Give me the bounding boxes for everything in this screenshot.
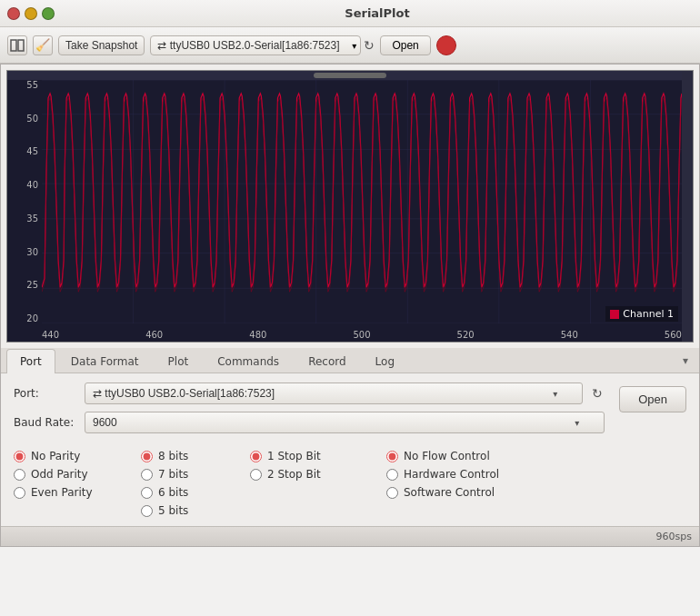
panel-icon-left[interactable] xyxy=(7,35,27,55)
baud-select-wrap: 9600 xyxy=(85,412,605,433)
2stop-option[interactable]: 2 Stop Bit xyxy=(250,468,386,481)
x-label-480: 480 xyxy=(249,330,266,340)
y-axis: 55 50 45 40 35 30 25 20 xyxy=(7,80,42,323)
baud-row: Baud Rate: 9600 xyxy=(14,412,605,433)
tabs-overflow-arrow[interactable]: ▾ xyxy=(677,351,694,371)
scrollbar-top[interactable] xyxy=(7,71,693,80)
tab-commands[interactable]: Commands xyxy=(204,349,293,373)
toolbar: 🧹 Take Snapshot ⇄ ttyUSB0 USB2.0-Serial[… xyxy=(0,27,700,64)
no-parity-radio[interactable] xyxy=(14,451,25,462)
tab-plot[interactable]: Plot xyxy=(155,349,203,373)
hardware-flow-option[interactable]: Hardware Control xyxy=(386,468,568,481)
scrollbar-thumb-top[interactable] xyxy=(314,73,386,78)
y-label-45: 45 xyxy=(26,146,38,156)
even-parity-radio[interactable] xyxy=(14,487,25,499)
no-flow-radio[interactable] xyxy=(386,451,398,462)
x-label-520: 520 xyxy=(457,330,475,340)
1stop-radio[interactable] xyxy=(250,451,262,462)
1stop-label: 1 Stop Bit xyxy=(267,450,321,462)
no-parity-option[interactable]: No Parity xyxy=(14,450,141,462)
main-window: 55 50 45 40 35 30 25 20 xyxy=(0,64,700,547)
tab-record[interactable]: Record xyxy=(295,349,359,373)
channel-legend-label: Channel 1 xyxy=(623,308,674,320)
odd-parity-option[interactable]: Odd Parity xyxy=(14,468,141,481)
port-select-group: ⇄ ttyUSB0 USB2.0-Serial[1a86:7523] ↻ xyxy=(150,35,375,55)
5bits-radio[interactable] xyxy=(141,505,153,517)
x-label-440: 440 xyxy=(42,330,59,340)
titlebar: SerialPlot xyxy=(0,0,700,27)
record-button[interactable] xyxy=(436,35,456,55)
window-controls xyxy=(7,7,55,20)
y-label-20: 20 xyxy=(26,313,38,323)
odd-parity-label: Odd Parity xyxy=(31,468,88,481)
y-label-35: 35 xyxy=(26,214,38,224)
1stop-option[interactable]: 1 Stop Bit xyxy=(250,450,386,462)
x-axis: 440 460 480 500 520 540 560 xyxy=(42,330,682,340)
y-label-40: 40 xyxy=(26,180,38,190)
no-flow-label: No Flow Control xyxy=(404,450,490,462)
open-button-panel[interactable]: Open xyxy=(619,386,686,412)
even-parity-label: Even Parity xyxy=(31,486,93,499)
port-dropdown[interactable]: ⇄ ttyUSB0 USB2.0-Serial[1a86:7523] xyxy=(150,35,361,55)
svg-rect-0 xyxy=(11,40,16,51)
6bits-option[interactable]: 6 bits xyxy=(141,486,250,499)
port-label: Port: xyxy=(14,387,77,400)
maximize-button[interactable] xyxy=(42,7,55,20)
7bits-radio[interactable] xyxy=(141,469,153,481)
8bits-radio[interactable] xyxy=(141,451,153,462)
refresh-button[interactable]: ↻ xyxy=(364,38,375,53)
baud-select[interactable]: 9600 xyxy=(85,412,605,433)
software-flow-radio[interactable] xyxy=(386,487,398,499)
open-button-toolbar[interactable]: Open xyxy=(380,35,430,55)
plot-svg xyxy=(42,80,682,323)
svg-rect-1 xyxy=(18,40,24,51)
8bits-option[interactable]: 8 bits xyxy=(141,450,250,462)
tab-data-format[interactable]: Data Format xyxy=(57,349,153,373)
port-dropdown-wrap: ⇄ ttyUSB0 USB2.0-Serial[1a86:7523] xyxy=(150,35,361,55)
panel-toggle[interactable] xyxy=(7,35,27,55)
2stop-radio[interactable] xyxy=(250,469,262,481)
baud-label: Baud Rate: xyxy=(14,416,77,429)
software-flow-option[interactable]: Software Control xyxy=(386,486,568,499)
tabs-bar: Port Data Format Plot Commands Record Lo… xyxy=(1,348,699,373)
plot-area: 55 50 45 40 35 30 25 20 xyxy=(6,70,694,343)
no-parity-label: No Parity xyxy=(31,450,80,462)
panels-icon xyxy=(10,38,25,53)
odd-parity-radio[interactable] xyxy=(14,469,25,481)
port-select-panel-wrap: ⇄ ttyUSB0 USB2.0-Serial[1a86:7523] xyxy=(85,383,583,404)
x-label-460: 460 xyxy=(145,330,163,340)
x-label-560: 560 xyxy=(665,330,682,340)
plot-content xyxy=(42,80,682,323)
x-label-540: 540 xyxy=(561,330,578,340)
flow-column: No Flow Control Hardware Control Softwar… xyxy=(386,450,568,517)
software-flow-label: Software Control xyxy=(404,486,495,499)
minimize-button[interactable] xyxy=(25,7,37,20)
5bits-option[interactable]: 5 bits xyxy=(141,504,250,517)
snapshot-button[interactable]: Take Snapshot xyxy=(58,35,145,55)
y-label-30: 30 xyxy=(26,247,38,257)
broom-button[interactable]: 🧹 xyxy=(33,35,53,55)
options-grid: No Parity Odd Parity Even Parity 8 bits xyxy=(14,450,686,517)
tab-port[interactable]: Port xyxy=(6,349,55,373)
hardware-flow-radio[interactable] xyxy=(386,469,398,481)
legend-color-box xyxy=(610,310,619,319)
tab-log[interactable]: Log xyxy=(362,349,408,373)
no-flow-option[interactable]: No Flow Control xyxy=(386,450,568,462)
6bits-radio[interactable] xyxy=(141,487,153,499)
close-button[interactable] xyxy=(7,7,20,20)
6bits-label: 6 bits xyxy=(158,486,188,499)
port-select-panel[interactable]: ⇄ ttyUSB0 USB2.0-Serial[1a86:7523] xyxy=(85,383,583,404)
broom-icon: 🧹 xyxy=(35,38,50,52)
port-refresh-button[interactable]: ↻ xyxy=(590,384,605,402)
bits-column: 8 bits 7 bits 6 bits 5 bits xyxy=(141,450,250,517)
even-parity-option[interactable]: Even Parity xyxy=(14,486,141,499)
port-panel: Port: ⇄ ttyUSB0 USB2.0-Serial[1a86:7523]… xyxy=(1,373,699,526)
2stop-label: 2 Stop Bit xyxy=(267,468,321,481)
y-label-55: 55 xyxy=(26,80,38,90)
window-title: SerialPlot xyxy=(62,6,693,20)
y-label-50: 50 xyxy=(26,114,38,124)
port-row: Port: ⇄ ttyUSB0 USB2.0-Serial[1a86:7523]… xyxy=(14,383,605,404)
scrollbar-right[interactable] xyxy=(682,71,693,342)
7bits-option[interactable]: 7 bits xyxy=(141,468,250,481)
7bits-label: 7 bits xyxy=(158,468,188,481)
